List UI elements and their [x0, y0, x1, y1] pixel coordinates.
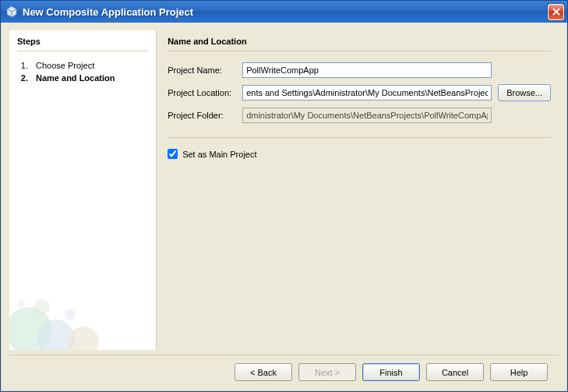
step-label: Name and Location: [36, 73, 115, 83]
steps-sidebar: Steps 1. Choose Project 2. Name and Loca…: [9, 30, 157, 350]
project-location-input[interactable]: [242, 85, 492, 101]
app-icon: [5, 5, 18, 18]
separator: [168, 137, 551, 138]
svg-point-8: [65, 309, 76, 320]
dialog-body: Steps 1. Choose Project 2. Name and Loca…: [1, 23, 567, 391]
steps-heading: Steps: [17, 37, 148, 51]
form-row-project-name: Project Name:: [168, 62, 551, 78]
help-button[interactable]: Help: [490, 363, 548, 381]
form-row-project-location: Project Location: Browse...: [168, 84, 551, 101]
window-title: New Composite Application Project: [23, 6, 548, 18]
dialog-window: New Composite Application Project Steps …: [0, 0, 568, 392]
back-button[interactable]: < Back: [235, 363, 292, 381]
main-area: Steps 1. Choose Project 2. Name and Loca…: [2, 23, 566, 350]
step-item: 1. Choose Project: [17, 59, 148, 72]
svg-point-9: [17, 299, 25, 307]
next-button: Next >: [298, 363, 356, 381]
set-main-row: Set as Main Project: [168, 149, 551, 159]
set-main-label: Set as Main Project: [182, 150, 256, 159]
content-panel: Name and Location Project Name: Project …: [157, 30, 559, 350]
content-heading: Name and Location: [168, 37, 551, 51]
titlebar[interactable]: New Composite Application Project: [1, 1, 567, 23]
finish-button[interactable]: Finish: [362, 363, 420, 381]
browse-button[interactable]: Browse...: [498, 84, 551, 101]
project-folder-input: [242, 108, 492, 123]
step-number: 1.: [17, 61, 28, 70]
decorative-bubbles-icon: [9, 241, 156, 350]
step-number: 2.: [17, 73, 28, 83]
form-row-project-folder: Project Folder:: [168, 108, 551, 123]
svg-point-7: [34, 299, 50, 315]
button-bar: < Back Next > Finish Cancel Help: [9, 355, 559, 390]
cancel-button[interactable]: Cancel: [426, 363, 484, 381]
close-button[interactable]: [548, 4, 564, 20]
set-main-checkbox[interactable]: [168, 149, 178, 159]
project-folder-label: Project Folder:: [168, 111, 242, 120]
project-location-label: Project Location:: [168, 88, 242, 97]
project-name-input[interactable]: [242, 62, 492, 78]
step-item: 2. Name and Location: [17, 72, 148, 84]
project-name-label: Project Name:: [168, 65, 242, 75]
step-label: Choose Project: [36, 61, 94, 70]
